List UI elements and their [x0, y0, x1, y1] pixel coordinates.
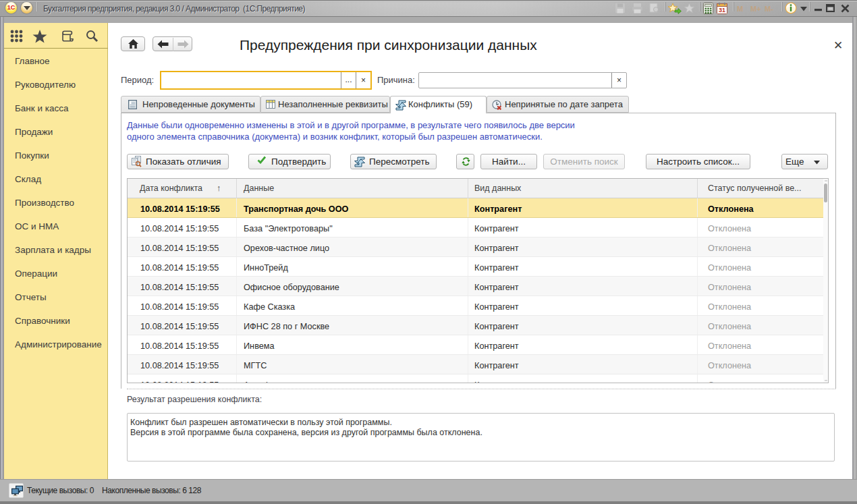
svg-text:31: 31 — [719, 7, 725, 13]
